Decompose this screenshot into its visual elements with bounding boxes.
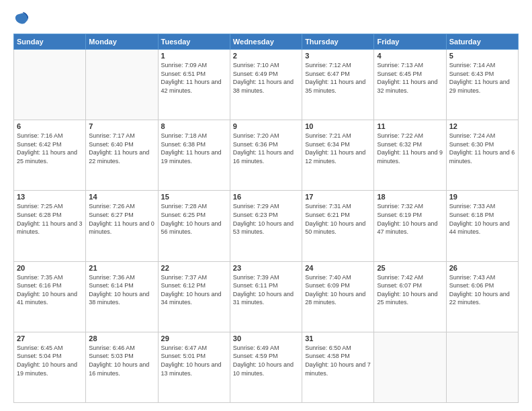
col-thursday: Thursday xyxy=(302,34,374,50)
table-row: 20Sunrise: 7:35 AM Sunset: 6:16 PM Dayli… xyxy=(14,261,86,332)
table-row: 13Sunrise: 7:25 AM Sunset: 6:28 PM Dayli… xyxy=(14,191,86,261)
table-row: 7Sunrise: 7:17 AM Sunset: 6:40 PM Daylig… xyxy=(86,120,158,191)
table-row: 27Sunrise: 6:45 AM Sunset: 5:04 PM Dayli… xyxy=(14,332,86,402)
table-row: 16Sunrise: 7:29 AM Sunset: 6:23 PM Dayli… xyxy=(230,191,302,261)
col-monday: Monday xyxy=(86,34,158,50)
table-row: 1Sunrise: 7:09 AM Sunset: 6:51 PM Daylig… xyxy=(158,50,230,120)
table-row: 21Sunrise: 7:36 AM Sunset: 6:14 PM Dayli… xyxy=(86,261,158,332)
col-saturday: Saturday xyxy=(446,34,518,50)
logo-icon xyxy=(13,11,30,27)
table-row xyxy=(446,332,518,402)
table-row: 29Sunrise: 6:47 AM Sunset: 5:01 PM Dayli… xyxy=(158,332,230,402)
table-row: 9Sunrise: 7:20 AM Sunset: 6:36 PM Daylig… xyxy=(230,120,302,191)
calendar-table: Sunday Monday Tuesday Wednesday Thursday… xyxy=(13,34,519,403)
header xyxy=(13,11,519,27)
table-row xyxy=(14,50,86,120)
table-row: 17Sunrise: 7:31 AM Sunset: 6:21 PM Dayli… xyxy=(302,191,374,261)
calendar-page: Sunday Monday Tuesday Wednesday Thursday… xyxy=(0,0,532,411)
col-wednesday: Wednesday xyxy=(230,34,302,50)
table-row: 8Sunrise: 7:18 AM Sunset: 6:38 PM Daylig… xyxy=(158,120,230,191)
table-row: 19Sunrise: 7:33 AM Sunset: 6:18 PM Dayli… xyxy=(446,191,518,261)
table-row: 26Sunrise: 7:43 AM Sunset: 6:06 PM Dayli… xyxy=(446,261,518,332)
table-row: 2Sunrise: 7:10 AM Sunset: 6:49 PM Daylig… xyxy=(230,50,302,120)
table-row: 10Sunrise: 7:21 AM Sunset: 6:34 PM Dayli… xyxy=(302,120,374,191)
col-tuesday: Tuesday xyxy=(158,34,230,50)
table-row: 5Sunrise: 7:14 AM Sunset: 6:43 PM Daylig… xyxy=(446,50,518,120)
table-row: 31Sunrise: 6:50 AM Sunset: 4:58 PM Dayli… xyxy=(302,332,374,402)
table-row: 3Sunrise: 7:12 AM Sunset: 6:47 PM Daylig… xyxy=(302,50,374,120)
table-row: 28Sunrise: 6:46 AM Sunset: 5:03 PM Dayli… xyxy=(86,332,158,402)
calendar-header-row: Sunday Monday Tuesday Wednesday Thursday… xyxy=(14,34,519,50)
table-row: 24Sunrise: 7:40 AM Sunset: 6:09 PM Dayli… xyxy=(302,261,374,332)
table-row: 4Sunrise: 7:13 AM Sunset: 6:45 PM Daylig… xyxy=(374,50,446,120)
table-row: 12Sunrise: 7:24 AM Sunset: 6:30 PM Dayli… xyxy=(446,120,518,191)
table-row xyxy=(374,332,446,402)
table-row: 6Sunrise: 7:16 AM Sunset: 6:42 PM Daylig… xyxy=(14,120,86,191)
table-row xyxy=(86,50,158,120)
col-friday: Friday xyxy=(374,34,446,50)
table-row: 25Sunrise: 7:42 AM Sunset: 6:07 PM Dayli… xyxy=(374,261,446,332)
table-row: 18Sunrise: 7:32 AM Sunset: 6:19 PM Dayli… xyxy=(374,191,446,261)
table-row: 30Sunrise: 6:49 AM Sunset: 4:59 PM Dayli… xyxy=(230,332,302,402)
col-sunday: Sunday xyxy=(14,34,86,50)
table-row: 15Sunrise: 7:28 AM Sunset: 6:25 PM Dayli… xyxy=(158,191,230,261)
logo xyxy=(13,11,32,27)
table-row: 14Sunrise: 7:26 AM Sunset: 6:27 PM Dayli… xyxy=(86,191,158,261)
table-row: 11Sunrise: 7:22 AM Sunset: 6:32 PM Dayli… xyxy=(374,120,446,191)
table-row: 23Sunrise: 7:39 AM Sunset: 6:11 PM Dayli… xyxy=(230,261,302,332)
table-row: 22Sunrise: 7:37 AM Sunset: 6:12 PM Dayli… xyxy=(158,261,230,332)
